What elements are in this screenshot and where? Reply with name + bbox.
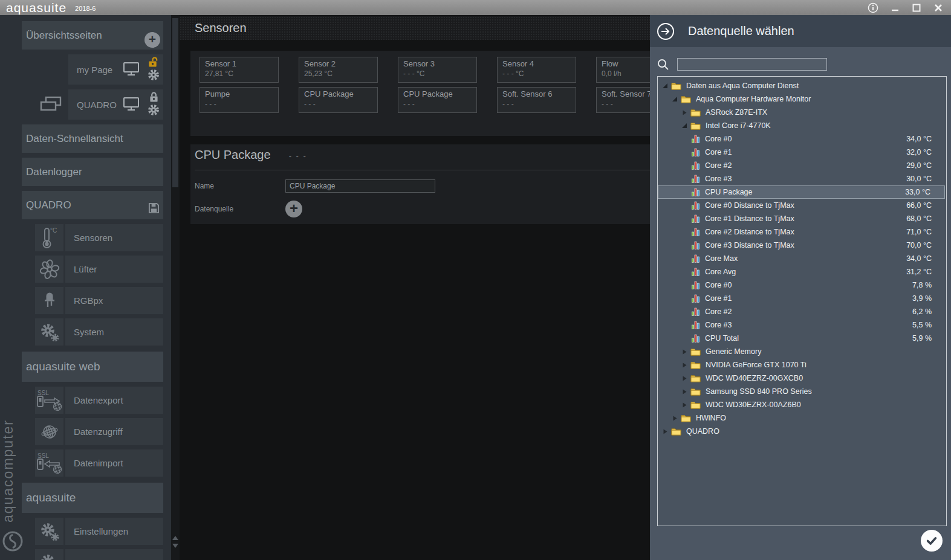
tree-item[interactable]: Intel Core i7-4770K [658,119,946,132]
tree-item[interactable]: NVIDIA GeForce GTX 1070 Ti [658,358,946,372]
tree-item[interactable]: Core #13,9 % [658,292,946,305]
tree-item[interactable]: WDC WD40EZRZ-00GXCB0 [658,372,946,385]
gear-icon[interactable] [147,103,160,118]
arrow-right-circle-icon[interactable] [657,22,675,40]
sidebar-group-aquasuite[interactable]: aquasuite [22,483,163,513]
sidebar-page-my-page[interactable]: my Page [35,54,163,85]
scroll-down-icon[interactable] [172,544,178,548]
scrollbar-thumb[interactable] [172,18,178,187]
tree-item[interactable]: Daten aus Aqua Computer Dienst [658,79,946,92]
sidebar-item-datenimport[interactable]: SSLDatenimport [35,449,163,477]
sidebar-group-übersichtsseiten[interactable]: Übersichtsseiten+ [22,21,163,50]
sensor-tile[interactable]: Pumpe- - - [200,87,279,113]
tree-item[interactable]: Core #3 Distance to TjMax70,0 °C [658,239,946,252]
tree-item[interactable]: Core #1 Distance to TjMax68,0 °C [658,212,946,225]
expander-collapsed-icon[interactable] [682,389,687,394]
minimize-icon [891,4,899,11]
tree-item[interactable]: CPU Package33,0 °C [658,185,945,199]
minimize-button[interactable] [888,2,901,14]
sidebar-item-einstellungen[interactable]: Einstellungen [35,518,163,545]
monitor-icon[interactable] [123,62,139,77]
sidebar-item-label [65,549,163,560]
tree-item[interactable]: Core Max34,0 °C [658,252,946,265]
tree-item[interactable]: Core #0 Distance to TjMax66,0 °C [658,199,946,212]
tree-item[interactable]: HWiNFO [658,411,946,425]
tree-item[interactable]: Generic Memory [658,345,946,358]
name-input[interactable] [285,179,435,193]
tree-item[interactable]: Core #2 Distance to TjMax71,0 °C [658,225,946,239]
sensor-tile[interactable]: Soft. Sensor 6- - - [497,87,576,113]
expander-collapsed-icon[interactable] [663,429,668,434]
sidebar-item-lüfter[interactable]: Lüfter [35,256,163,283]
tree-item[interactable]: Core #35,5 % [658,318,946,332]
sensor-tile[interactable]: Sensor 4- - - °C [497,57,576,83]
sidebar-group-quadro[interactable]: QUADRO [22,191,163,219]
tree-item[interactable]: ASRock Z87E-ITX [658,106,946,119]
tree-item[interactable]: Core #034,0 °C [658,132,946,146]
expander-collapsed-icon[interactable] [682,349,687,355]
tree-item-label: Aqua Computer Hardware Monitor [696,95,811,103]
tree-item[interactable]: Aqua Computer Hardware Monitor [658,92,946,106]
tree-item[interactable]: Core Avg31,2 °C [658,265,946,278]
expander-collapsed-icon[interactable] [682,362,687,368]
tree-item[interactable]: QUADRO [658,425,946,438]
sensor-tile[interactable]: CPU Package- - - [398,87,477,113]
tree-item[interactable]: Samsung SSD 840 PRO Series [658,385,946,398]
tree-item[interactable]: Core #229,0 °C [658,159,946,172]
sensor-tile[interactable]: CPU Package- - - [299,87,378,113]
search-icon [657,59,669,71]
info-icon [868,2,878,13]
tree-item[interactable]: Core #07,8 % [658,278,946,292]
unlock-icon[interactable] [148,56,158,69]
expander-collapsed-icon[interactable] [682,110,687,115]
confirm-button[interactable] [921,530,943,552]
sidebar-item-rgbpx[interactable]: RGBpx [35,287,163,314]
expander-expanded-icon[interactable] [663,83,668,89]
sidebar-group-datenlogger[interactable]: Datenlogger [22,158,163,186]
tree-item[interactable]: Core #26,2 % [658,305,946,318]
sidebar-scrollbar[interactable] [171,15,180,560]
gear-icon[interactable] [147,68,160,83]
folder-icon [681,414,691,422]
gears-icon [35,549,63,560]
add-page-button[interactable]: + [144,32,160,48]
expander-collapsed-icon[interactable] [682,402,687,408]
tree-item[interactable]: Core #132,0 °C [658,146,946,159]
sidebar-item-datenzugriff[interactable]: Datenzugriff [35,418,163,445]
gears-icon [35,518,63,545]
sensor-tile[interactable]: Sensor 225,23 °C [299,57,378,83]
sidebar-page-quadro[interactable]: QUADRO [35,89,163,120]
sensor-tile[interactable]: Sensor 127,81 °C [200,57,279,83]
expander-expanded-icon[interactable] [682,123,687,129]
scroll-up-icon[interactable] [172,536,178,540]
add-datasource-button[interactable]: + [285,201,302,217]
tree-item-label: Intel Core i7-4770K [706,121,771,130]
chart-icon [692,241,700,249]
info-button[interactable] [866,2,880,14]
sidebar-item-sensoren[interactable]: °CSensoren [35,224,163,251]
expander-collapsed-icon[interactable] [672,416,678,421]
sidebar-group-aquasuite-web[interactable]: aquasuite web [22,352,163,382]
sidebar-group-daten-schnellansicht[interactable]: Daten-Schnellansicht [22,124,163,153]
tree-item-value: 70,0 °C [906,241,946,249]
tile-value: - - - [403,100,476,108]
search-input[interactable] [677,58,827,71]
tree-item[interactable]: CPU Total5,9 % [658,332,946,345]
save-icon[interactable] [148,202,160,217]
expander-collapsed-icon[interactable] [682,376,687,381]
sidebar-item-system[interactable]: System [35,318,163,346]
maximize-button[interactable] [910,2,923,14]
sidebar-item-datenexport[interactable]: SSLDatenexport [35,387,163,414]
sidebar-item-partial[interactable] [35,549,163,560]
expander-expanded-icon[interactable] [672,97,678,102]
folder-icon [681,95,691,103]
sensor-tile[interactable]: Sensor 3- - - °C [398,57,477,83]
lock-icon[interactable] [149,91,158,105]
close-button[interactable] [932,2,945,14]
monitor-icon[interactable] [123,97,139,112]
tree-item-label: Core #3 Distance to TjMax [705,241,794,249]
tree-item[interactable]: Core #330,0 °C [658,172,946,185]
tree-item-value: 7,8 % [912,281,946,289]
tree-item[interactable]: WDC WD30EZRX-00AZ6B0 [658,398,946,411]
tree-item-label: Core #0 Distance to TjMax [705,201,794,210]
